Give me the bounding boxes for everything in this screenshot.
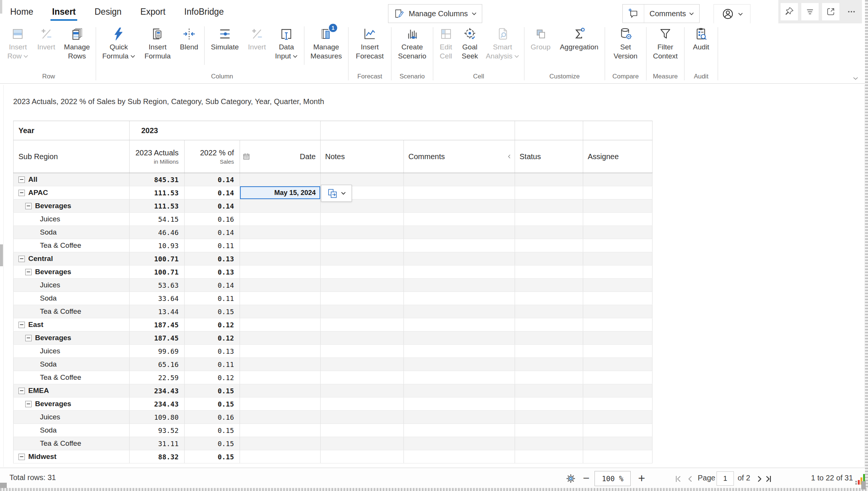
expand-button[interactable]: [822, 3, 839, 20]
cell-comments[interactable]: [404, 411, 515, 423]
collapse-row-icon[interactable]: [18, 176, 25, 183]
cell-2023-actuals[interactable]: 234.43: [130, 384, 185, 397]
cell-assignee[interactable]: [583, 331, 653, 344]
cell-2022-pct-of-sales[interactable]: 0.11: [185, 292, 240, 305]
column-header-notes[interactable]: Notes: [321, 140, 404, 173]
cell-notes[interactable]: [321, 213, 404, 226]
cell-assignee[interactable]: [583, 318, 653, 331]
cell-row-label[interactable]: Soda: [13, 292, 130, 305]
cell-2022-pct-of-sales[interactable]: 0.12: [185, 331, 240, 344]
cell-comments[interactable]: [404, 173, 515, 186]
cell-notes[interactable]: [321, 318, 404, 331]
cell-2023-actuals[interactable]: 109.80: [130, 411, 185, 423]
cell-notes[interactable]: [321, 173, 404, 186]
cell-2023-actuals[interactable]: 99.69: [130, 345, 185, 358]
cell-notes[interactable]: [321, 450, 404, 463]
cell-2022-pct-of-sales[interactable]: 0.14: [185, 226, 240, 239]
cell-2022-pct-of-sales[interactable]: 0.12: [185, 371, 240, 384]
collapse-row-icon[interactable]: [18, 322, 25, 328]
cell-notes[interactable]: [321, 252, 404, 265]
cell-notes[interactable]: [321, 305, 404, 318]
ribbon-button-simulate[interactable]: Simulate: [208, 23, 242, 52]
cell-assignee[interactable]: [583, 265, 653, 278]
cell-date[interactable]: [240, 437, 321, 450]
cell-comments[interactable]: [404, 371, 515, 384]
cell-comments[interactable]: [404, 450, 515, 463]
cell-2023-actuals[interactable]: 100.71: [130, 265, 185, 278]
cell-comments[interactable]: [404, 397, 515, 410]
cell-status[interactable]: [515, 424, 583, 437]
cell-assignee[interactable]: [583, 252, 653, 265]
cell-2023-actuals[interactable]: 187.45: [130, 318, 185, 331]
cell-2022-pct-of-sales[interactable]: 0.15: [185, 397, 240, 410]
cell-assignee[interactable]: [583, 437, 653, 450]
cell-date[interactable]: [240, 292, 321, 305]
next-page-button[interactable]: [755, 474, 764, 483]
cell-row-label[interactable]: Soda: [13, 226, 130, 239]
collapse-row-icon[interactable]: [18, 256, 25, 262]
cell-2023-actuals[interactable]: 31.11: [130, 437, 185, 450]
cell-status[interactable]: [515, 186, 583, 199]
column-header-status[interactable]: Status: [515, 140, 583, 173]
cell-date[interactable]: [240, 265, 321, 278]
cell-2023-actuals[interactable]: 88.32: [130, 450, 185, 463]
collapse-row-icon[interactable]: [18, 388, 25, 394]
cell-2023-actuals[interactable]: 65.16: [130, 358, 185, 371]
cell-row-label[interactable]: Central: [13, 252, 130, 265]
cell-row-label[interactable]: Beverages: [13, 199, 130, 212]
tab-design[interactable]: Design: [94, 2, 122, 21]
cell-2022-pct-of-sales[interactable]: 0.13: [185, 345, 240, 358]
cell-row-label[interactable]: Tea & Coffee: [13, 305, 130, 318]
cell-notes[interactable]: [321, 437, 404, 450]
column-header-date[interactable]: Date: [240, 140, 321, 173]
cell-2022-pct-of-sales[interactable]: 0.11: [185, 239, 240, 252]
cell-status[interactable]: [515, 318, 583, 331]
ribbon-button-create-scenario[interactable]: CreateScenario: [395, 23, 429, 61]
ribbon-button-audit[interactable]: Audit: [690, 23, 712, 52]
cell-notes[interactable]: [321, 411, 404, 423]
ribbon-button-group[interactable]: Group: [528, 23, 554, 52]
cell-date[interactable]: [240, 226, 321, 239]
cell-notes[interactable]: [321, 371, 404, 384]
cell-comments[interactable]: [404, 292, 515, 305]
cell-status[interactable]: [515, 397, 583, 410]
cell-date[interactable]: [240, 411, 321, 423]
first-page-button[interactable]: [674, 474, 683, 483]
cell-status[interactable]: [515, 437, 583, 450]
cell-row-label[interactable]: Juices: [13, 213, 130, 226]
cell-date[interactable]: [240, 213, 321, 226]
ribbon-button-filter-context[interactable]: FilterContext: [650, 23, 680, 61]
collapse-row-icon[interactable]: [25, 269, 32, 275]
cell-assignee[interactable]: [583, 292, 653, 305]
column-header-2023-actuals[interactable]: 2023 Actuals in Millions: [130, 140, 185, 173]
tab-home[interactable]: Home: [9, 2, 34, 21]
cell-date[interactable]: [240, 279, 321, 292]
cell-2022-pct-of-sales[interactable]: 0.13: [185, 252, 240, 265]
cell-comments[interactable]: [404, 186, 515, 199]
cell-2023-actuals[interactable]: 234.43: [130, 397, 185, 410]
collapse-row-icon[interactable]: [25, 203, 32, 209]
filter-lines-button[interactable]: [801, 3, 819, 20]
cell-status[interactable]: [515, 239, 583, 252]
cell-status[interactable]: [515, 252, 583, 265]
cell-comments[interactable]: [404, 213, 515, 226]
cell-date[interactable]: [240, 345, 321, 358]
last-page-button[interactable]: [764, 474, 773, 483]
cell-row-label[interactable]: EMEA: [13, 384, 130, 397]
collapse-row-icon[interactable]: [25, 401, 32, 407]
cell-date[interactable]: [240, 384, 321, 397]
cell-assignee[interactable]: [583, 199, 653, 212]
ribbon-button-blend[interactable]: Blend: [177, 23, 202, 52]
cell-2022-pct-of-sales[interactable]: 0.14: [185, 186, 240, 199]
ribbon-button-goal-seek[interactable]: GoalSeek: [458, 23, 481, 61]
cell-row-label[interactable]: All: [13, 173, 130, 186]
cell-2023-actuals[interactable]: 93.52: [130, 424, 185, 437]
ribbon-button-edit-cell[interactable]: EditCell: [435, 23, 457, 61]
cell-status[interactable]: [515, 199, 583, 212]
cell-notes[interactable]: [321, 292, 404, 305]
cell-row-label[interactable]: Beverages: [13, 265, 130, 278]
cell-date[interactable]: [240, 424, 321, 437]
cell-date[interactable]: [240, 358, 321, 371]
tab-infobridge[interactable]: InfoBridge: [183, 2, 225, 21]
ribbon-button-manage-measures[interactable]: 1ManageMeasures: [307, 23, 345, 61]
